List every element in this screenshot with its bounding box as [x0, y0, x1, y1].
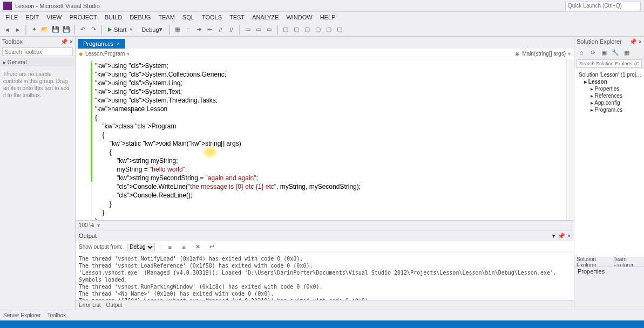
menu-debug[interactable]: DEBUG: [126, 13, 154, 22]
close-icon[interactable]: ×: [567, 233, 571, 240]
solution-search-input[interactable]: [577, 59, 642, 68]
output-text[interactable]: The thread 'vshost.NotifyLoad' (0x1af4) …: [76, 253, 574, 300]
home-icon[interactable]: ⌂: [577, 47, 586, 57]
toolbar-icon[interactable]: ≡: [184, 25, 193, 35]
cursor-highlight: [204, 147, 216, 157]
tree-node[interactable]: ▸ References: [577, 92, 642, 99]
toolbar-icon[interactable]: ▭: [254, 25, 263, 35]
output-tabstrip: Error ListOutput: [76, 300, 574, 310]
tab-program-cs[interactable]: Program.cs ×: [78, 39, 125, 49]
autohide-tab[interactable]: Toolbox: [47, 312, 65, 318]
output-tab-output[interactable]: Output: [106, 302, 123, 308]
autohide-tab[interactable]: Server Explorer: [3, 312, 40, 318]
toolbar-icon[interactable]: ⇤: [205, 25, 215, 35]
tree-node[interactable]: ▸ App.config: [577, 99, 642, 106]
new-project-icon[interactable]: ✦: [29, 25, 39, 35]
undo-icon[interactable]: ↶: [78, 25, 87, 35]
play-icon: [108, 28, 112, 32]
tree-node[interactable]: ▸ Properties: [577, 85, 642, 92]
toolbox-empty-message: There are no usable controls in this gro…: [0, 66, 75, 103]
clear-icon[interactable]: ✕: [193, 242, 203, 252]
close-icon[interactable]: ×: [639, 38, 642, 45]
close-icon[interactable]: ×: [117, 41, 120, 47]
toolbar-icon[interactable]: ▢: [292, 25, 301, 35]
tree-node[interactable]: ▸ Lesson: [577, 78, 642, 85]
output-tab-error-list[interactable]: Error List: [79, 302, 101, 308]
toolbar-icon[interactable]: ▢: [281, 25, 290, 35]
zoom-level[interactable]: 100 %: [79, 222, 94, 228]
close-icon[interactable]: ×: [70, 38, 73, 45]
toolbar-icon[interactable]: ▭: [243, 25, 253, 35]
menu-project[interactable]: PROJECT: [66, 13, 100, 22]
start-debug-button[interactable]: Start ▼: [105, 26, 137, 33]
tree-node[interactable]: ▸ Program.cs: [577, 106, 642, 113]
collapse-icon[interactable]: ▣: [599, 47, 609, 57]
toggle-wrap-icon[interactable]: ↩: [207, 242, 217, 252]
pin-icon[interactable]: 📌: [629, 38, 637, 45]
nav-member-dropdown[interactable]: ◉ Main(string[] args)▾: [515, 51, 571, 57]
nav-back-icon[interactable]: ◄: [2, 25, 12, 35]
quick-launch-input[interactable]: [565, 2, 641, 10]
open-file-icon[interactable]: 📂: [40, 25, 50, 35]
bottom-autohide-tabs: Server ExplorerToolbox: [0, 310, 644, 320]
toolbar-icon[interactable]: ▭: [265, 25, 274, 35]
menu-help[interactable]: HELP: [317, 13, 339, 22]
menu-bar: FILEEDITVIEWPROJECTBUILDDEBUGTEAMSQLTOOL…: [0, 12, 644, 23]
nav-class-dropdown[interactable]: ◆ Lesson.Program▾: [79, 51, 130, 57]
output-panel: Output ▾ 📌 × Show output from: Debug | ≡…: [76, 230, 574, 300]
toolbar-icon[interactable]: ▢: [313, 25, 323, 35]
vs-logo-icon: [3, 2, 12, 10]
output-source-dropdown[interactable]: Debug: [127, 243, 155, 251]
toolbar-icon[interactable]: //: [216, 25, 226, 35]
main-toolbar: ◄ ► ✦ 📂 💾 💾 ↶ ↷ Start ▼ Debug ▾ ▦ ≡ ⇥ ⇤ …: [0, 23, 644, 37]
editor-nav-bar: ◆ Lesson.Program▾ ◉ Main(string[] args)▾: [76, 49, 574, 59]
output-toolbar-icon[interactable]: ≡: [165, 242, 175, 252]
menu-team[interactable]: TEAM: [155, 13, 178, 22]
properties-panel: Properties: [574, 266, 644, 310]
pin-icon[interactable]: 📌: [558, 233, 565, 240]
toolbox-search-input[interactable]: [2, 47, 73, 56]
solution-explorer-panel: Solution Explorer 📌 × ⌂ ⟳ ▣ 🔧 ▦ Solution…: [574, 37, 644, 310]
solution-tree[interactable]: Solution 'Lesson' (1 project)▸ Lesson▸ P…: [574, 69, 644, 257]
start-label: Start: [114, 26, 126, 33]
menu-view[interactable]: VIEW: [43, 13, 65, 22]
menu-file[interactable]: FILE: [2, 13, 21, 22]
tree-node[interactable]: Solution 'Lesson' (1 project): [577, 71, 642, 78]
redo-icon[interactable]: ↷: [89, 25, 98, 35]
solution-explorer-title: Solution Explorer: [577, 38, 622, 45]
toolbox-group-general[interactable]: ▸ General: [0, 58, 75, 66]
menu-build[interactable]: BUILD: [101, 13, 125, 22]
menu-sql[interactable]: SQL: [179, 13, 198, 22]
menu-tools[interactable]: TOOLS: [199, 13, 225, 22]
toolbox-title: Toolbox: [2, 38, 23, 45]
document-tabstrip: Program.cs ×: [76, 37, 574, 49]
menu-window[interactable]: WINDOW: [283, 13, 315, 22]
pin-icon[interactable]: 📌: [60, 38, 68, 45]
toolbar-icon[interactable]: ▦: [173, 25, 182, 35]
refresh-icon[interactable]: ⟳: [588, 47, 598, 57]
config-dropdown[interactable]: Debug ▾: [138, 25, 166, 35]
output-toolbar-icon[interactable]: ≡: [179, 242, 189, 252]
menu-test[interactable]: TEST: [226, 13, 248, 22]
menu-edit[interactable]: EDIT: [22, 13, 42, 22]
toolbar-icon[interactable]: ▢: [335, 25, 344, 35]
tab-label: Program.cs: [83, 40, 113, 47]
toolbar-icon[interactable]: ▢: [324, 25, 334, 35]
toolbar-icon[interactable]: //: [227, 25, 236, 35]
toolbar-icon[interactable]: ⇥: [194, 25, 204, 35]
menu-analyze[interactable]: ANALYZE: [249, 13, 282, 22]
show-output-from-label: Show output from:: [79, 244, 123, 250]
code-editor[interactable]: "kw">using "cls">System;"kw">using "cls"…: [76, 59, 574, 220]
nav-fwd-icon[interactable]: ►: [13, 25, 23, 35]
properties-icon[interactable]: 🔧: [611, 47, 620, 57]
dropdown-icon[interactable]: ▾: [552, 233, 555, 240]
save-all-icon[interactable]: 💾: [62, 25, 71, 35]
show-all-icon[interactable]: ▦: [622, 47, 632, 57]
save-icon[interactable]: 💾: [51, 25, 60, 35]
vertical-scrollbar[interactable]: [566, 59, 574, 220]
toolbox-panel: Toolbox 📌 × ▸ General There are no usabl…: [0, 37, 76, 310]
toolbar-icon[interactable]: ▢: [302, 25, 312, 35]
title-bar: Lesson - Microsoft Visual Studio: [0, 0, 644, 12]
properties-title: Properties: [574, 267, 644, 276]
status-bar: [0, 320, 644, 328]
